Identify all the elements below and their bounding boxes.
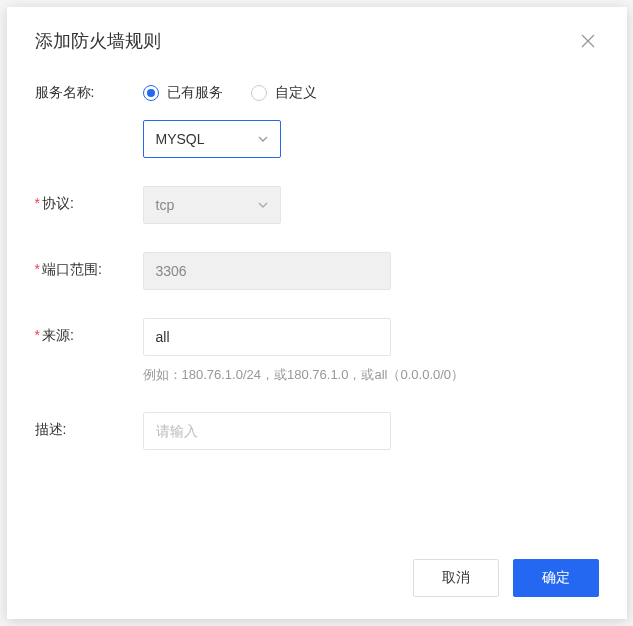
select-value: MYSQL xyxy=(156,131,205,147)
protocol-control: tcp xyxy=(143,186,599,224)
modal-header: 添加防火墙规则 xyxy=(7,7,627,63)
radio-existing-service[interactable]: 已有服务 xyxy=(143,84,223,102)
port-range-label: 端口范围: xyxy=(35,252,143,279)
chevron-down-icon xyxy=(258,134,268,144)
service-name-radio-group: 已有服务 自定义 xyxy=(143,75,599,102)
port-range-row: 端口范围: xyxy=(35,252,599,290)
protocol-label: 协议: xyxy=(35,186,143,213)
source-hint: 例如：180.76.1.0/24，或180.76.1.0，或all（0.0.0.… xyxy=(143,366,599,384)
service-name-row: 服务名称: 已有服务 自定义 xyxy=(35,75,599,102)
protocol-row: 协议: tcp xyxy=(35,186,599,224)
select-value: tcp xyxy=(156,197,175,213)
confirm-button[interactable]: 确定 xyxy=(513,559,599,597)
description-control xyxy=(143,412,599,450)
close-icon xyxy=(581,34,595,48)
port-range-input[interactable] xyxy=(143,252,391,290)
radio-icon xyxy=(143,85,159,101)
service-name-label: 服务名称: xyxy=(35,75,143,102)
source-input[interactable] xyxy=(143,318,391,356)
port-range-control xyxy=(143,252,599,290)
radio-label: 已有服务 xyxy=(167,84,223,102)
description-label: 描述: xyxy=(35,412,143,439)
cancel-button[interactable]: 取消 xyxy=(413,559,499,597)
service-select-row: MYSQL xyxy=(143,120,599,158)
source-row: 来源: xyxy=(35,318,599,356)
source-label: 来源: xyxy=(35,318,143,345)
service-select[interactable]: MYSQL xyxy=(143,120,281,158)
chevron-down-icon xyxy=(258,200,268,210)
modal-title: 添加防火墙规则 xyxy=(35,29,161,53)
modal-footer: 取消 确定 xyxy=(7,543,627,619)
source-control xyxy=(143,318,599,356)
modal-body: 服务名称: 已有服务 自定义 MYSQL 协议: xyxy=(7,63,627,543)
add-firewall-rule-modal: 添加防火墙规则 服务名称: 已有服务 自定义 MYSQL xyxy=(7,7,627,619)
description-row: 描述: xyxy=(35,412,599,450)
description-input[interactable] xyxy=(143,412,391,450)
close-button[interactable] xyxy=(577,30,599,52)
protocol-select[interactable]: tcp xyxy=(143,186,281,224)
radio-custom[interactable]: 自定义 xyxy=(251,84,317,102)
radio-icon xyxy=(251,85,267,101)
radio-label: 自定义 xyxy=(275,84,317,102)
